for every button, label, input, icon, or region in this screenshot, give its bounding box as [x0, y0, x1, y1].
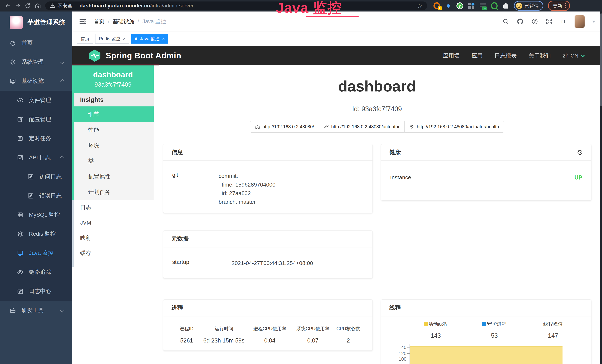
menu-item-details[interactable]: 细节: [72, 107, 154, 122]
sidebar-item-error-log[interactable]: 错误日志: [0, 186, 72, 205]
font-size-icon[interactable]: тT: [560, 18, 567, 25]
sidebar-item-system[interactable]: 系统管理: [0, 53, 72, 72]
breadcrumb-infra[interactable]: 基础设施: [113, 18, 134, 25]
active-tab-dot: [135, 37, 137, 40]
address-bar[interactable]: 不安全 dashboard.yudao.iocoder.cn /infra/ad…: [45, 1, 427, 10]
cpu-cores-label: CPU核心数: [333, 326, 364, 332]
sba-nav-journal[interactable]: 日志报表: [494, 52, 517, 60]
extension-magnifier-icon[interactable]: [491, 2, 498, 9]
startup-key: startup: [172, 259, 232, 265]
process-stats: 进程ID 5261 运行时间 6d 23h 15m 59s 进程CPU使用率 0…: [172, 326, 364, 344]
sidebar-item-redis[interactable]: Redis 监控: [0, 224, 72, 244]
extension-grid-icon[interactable]: [468, 2, 475, 9]
menu-item-config-props[interactable]: 配置属性: [72, 169, 154, 184]
instance-links: http://192.168.0.2:48080/ http://192.168…: [154, 121, 600, 133]
menu-item-metrics[interactable]: 性能: [72, 122, 154, 138]
fullscreen-icon[interactable]: [546, 18, 553, 25]
menu-item-jvm[interactable]: JVM: [72, 215, 154, 230]
sidebar-item-tracing[interactable]: 链路追踪: [0, 263, 72, 282]
monitor-chart-icon: [10, 78, 16, 84]
menu-item-mappings[interactable]: 映射: [72, 230, 154, 246]
menu-item-classes[interactable]: 类: [72, 153, 154, 169]
help-icon[interactable]: [531, 18, 538, 25]
sidebar-item-files[interactable]: 文件管理: [0, 91, 72, 110]
inner-scrollbar[interactable]: [72, 200, 74, 267]
cpu-cores-value: 2: [333, 337, 364, 344]
browser-menu-icon[interactable]: [565, 3, 566, 8]
sidebar-item-java-monitor[interactable]: Java 监控: [0, 244, 72, 263]
close-icon[interactable]: ×: [123, 36, 126, 41]
page-subtitle: Id: 93a3fc7f7409: [154, 105, 600, 113]
app-logo-image: [10, 16, 23, 29]
menu-item-environment[interactable]: 环境: [72, 138, 154, 153]
header-actions: тT: [502, 15, 595, 28]
sidebar-item-mysql[interactable]: MySQL 监控: [0, 205, 72, 224]
process-cpu-value: 0.04: [247, 337, 293, 344]
scrollbar-thumb[interactable]: [600, 13, 602, 106]
sba-brand[interactable]: Spring Boot Admin: [89, 49, 181, 62]
sidebar-item-infra[interactable]: 基础设施: [0, 72, 72, 91]
sba-sidebar-top-accent: [72, 64, 159, 65]
menu-item-caches[interactable]: 缓存: [72, 246, 154, 261]
tab-redis-monitor[interactable]: Redis 监控 ×: [95, 34, 129, 43]
sba-nav-applications[interactable]: 应用: [472, 52, 483, 60]
extension-pin-icon[interactable]: [445, 2, 452, 9]
metadata-card: 元数据 startup 2021-04-27T00:44:31.254+08:0…: [163, 230, 373, 278]
extension-puzzle-icon[interactable]: [502, 2, 509, 9]
history-icon[interactable]: [577, 149, 583, 155]
log-edit-icon: [27, 193, 34, 199]
chevron-down-icon: [60, 60, 64, 64]
tab-java-monitor[interactable]: Java 监控 ×: [131, 34, 168, 43]
dashboard-icon: [10, 40, 16, 46]
profile-paused-badge[interactable]: 已暂停: [514, 1, 543, 11]
menu-item-logs[interactable]: 日志: [72, 200, 154, 215]
url-host: dashboard.yudao.iocoder.cn: [80, 3, 150, 9]
avatar-caret-icon[interactable]: [592, 21, 595, 23]
bookmark-star-icon[interactable]: ☆: [417, 2, 422, 9]
breadcrumb-home[interactable]: 首页: [94, 18, 105, 25]
sidebar-item-home[interactable]: 首页: [0, 33, 72, 53]
extension-orange-icon[interactable]: 1: [433, 2, 440, 9]
peak-threads-value: 147: [524, 332, 582, 339]
extension-on-icon[interactable]: on: [479, 2, 486, 9]
sba-nav-wallboard[interactable]: 应用墙: [443, 52, 460, 60]
github-icon[interactable]: [517, 18, 524, 25]
service-url-button[interactable]: http://192.168.0.2:48080/: [250, 121, 319, 133]
close-icon[interactable]: ×: [162, 36, 165, 41]
sba-nav-about[interactable]: 关于我们: [528, 52, 551, 60]
y-tick-100: 100: [390, 356, 406, 362]
eye-icon: [17, 269, 23, 275]
screen: 不安全 dashboard.yudao.iocoder.cn /infra/ad…: [0, 0, 602, 364]
sba-logo-icon: [89, 49, 101, 62]
breadcrumb-separator: /: [138, 19, 139, 25]
paused-label: 已暂停: [525, 3, 539, 9]
browser-back-icon[interactable]: [4, 2, 11, 10]
health-url-button[interactable]: http://192.168.0.2:48080/actuator/health: [404, 121, 504, 133]
browser-reload-icon[interactable]: [24, 2, 32, 10]
menu-item-scheduled-tasks[interactable]: 计划任务: [72, 184, 154, 200]
page-scrollbar[interactable]: [600, 11, 602, 364]
sidebar-item-api-log[interactable]: API 日志: [0, 148, 72, 167]
sidebar-item-access-log[interactable]: 访问日志: [0, 167, 72, 186]
health-card: 健康 Instance UP: [381, 144, 591, 201]
security-warning[interactable]: 不安全: [50, 2, 73, 9]
sidebar-item-config[interactable]: 配置管理: [0, 110, 72, 129]
browser-forward-icon[interactable]: [14, 2, 22, 10]
user-avatar[interactable]: [575, 15, 585, 28]
sba-brand-text: Spring Boot Admin: [106, 51, 181, 60]
tab-home[interactable]: 首页: [77, 34, 93, 43]
sba-locale-select[interactable]: zh-CN: [563, 53, 584, 59]
browser-home-icon[interactable]: [34, 2, 42, 10]
sidebar-item-jobs[interactable]: 定时任务: [0, 129, 72, 148]
browser-update-button[interactable]: 更新: [548, 1, 570, 11]
instance-header[interactable]: dashboard 93a3fc7f7409: [72, 65, 154, 93]
sidebar-item-log-center[interactable]: 日志中心: [0, 282, 72, 301]
info-card: 信息 git commit: time: 1596289704000 id: 2…: [163, 144, 373, 213]
hamburger-icon[interactable]: [79, 18, 86, 25]
sidebar-item-dev-tools[interactable]: 研发工具: [0, 301, 72, 320]
wrench-icon: [324, 124, 329, 129]
search-icon[interactable]: [502, 18, 509, 25]
extension-y-icon[interactable]: y: [456, 2, 463, 9]
actuator-url-button[interactable]: http://192.168.0.2:48080/actuator: [319, 121, 405, 133]
app-logo[interactable]: 芋道管理系统: [0, 11, 72, 33]
